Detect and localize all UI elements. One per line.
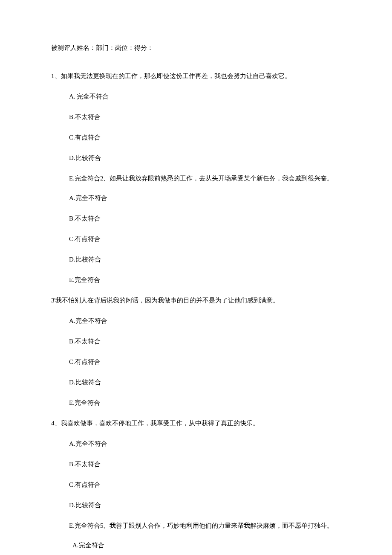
question-3: 3'我不怕别人在背后说我的闲话，因为我做事的目的并不是为了让他们感到满意。 A.… — [51, 295, 341, 408]
question-4-option-b: B.不太符合 — [69, 459, 341, 469]
question-1-text: 1、如果我无法更换现在的工作，那么即使这份工作再差，我也会努力让自己喜欢它。 — [51, 71, 341, 81]
header-fields: 被测评人姓名：部门：岗位：得分： — [51, 43, 341, 53]
question-3-option-c: C.有点符合 — [69, 357, 341, 367]
question-1-option-e-and-question-2: E.完全符合2、如果让我放弃限前熟悉的工作，去从头开场承受某个新任务，我会戚到很… — [69, 173, 341, 183]
question-3-option-e: E.完全符合 — [69, 398, 341, 408]
question-2-option-b: B.不太符合 — [69, 213, 341, 224]
question-3-option-b: B.不太符合 — [69, 336, 341, 346]
question-4-option-a: A.完全不符合 — [69, 439, 341, 449]
question-4-option-c: C.有点符合 — [69, 479, 341, 490]
question-3-option-a: A.完全不符合 — [69, 316, 341, 326]
question-4-option-d: D.比较符合 — [69, 500, 341, 510]
question-4-option-e-and-question-5: E.完全符合5、我善于跟别人合作，巧妙地利用他们的力量来帮我解决麻烦，而不愿单打… — [69, 520, 341, 531]
question-4: 4、我喜欢做事，喜欢不停地工作，我享受工作，从中获得了真正的快乐。 A.完全不符… — [51, 418, 341, 531]
question-1-option-c: C.有点符合 — [69, 132, 341, 142]
question-3-text: 3'我不怕别人在背后说我的闲话，因为我做事的目的并不是为了让他们感到满意。 — [51, 295, 341, 305]
question-5-option-a: A.完全符合 — [72, 540, 341, 550]
question-2-option-a: A.完全不符合 — [69, 193, 341, 203]
question-1-option-b: B.不太符合 — [69, 112, 341, 122]
question-1: 1、如果我无法更换现在的工作，那么即使这份工作再差，我也会努力让自己喜欢它。 A… — [51, 71, 341, 183]
question-1-option-a: A. 完全不符合 — [69, 91, 341, 102]
question-1-option-d: D.比较符合 — [69, 153, 341, 163]
question-3-option-d: D.比较符合 — [69, 377, 341, 387]
question-4-text: 4、我喜欢做事，喜欢不停地工作，我享受工作，从中获得了真正的快乐。 — [51, 418, 341, 428]
question-2-options: A.完全不符合 B.不太符合 C.有点符合 D.比校符合 E.完全符合 — [51, 193, 341, 285]
question-2-option-e: E.完全符合 — [69, 275, 341, 285]
question-2-option-c: C.有点符合 — [69, 234, 341, 244]
question-2-option-d: D.比校符合 — [69, 254, 341, 264]
question-5-options: A.完全符合 — [51, 540, 341, 550]
